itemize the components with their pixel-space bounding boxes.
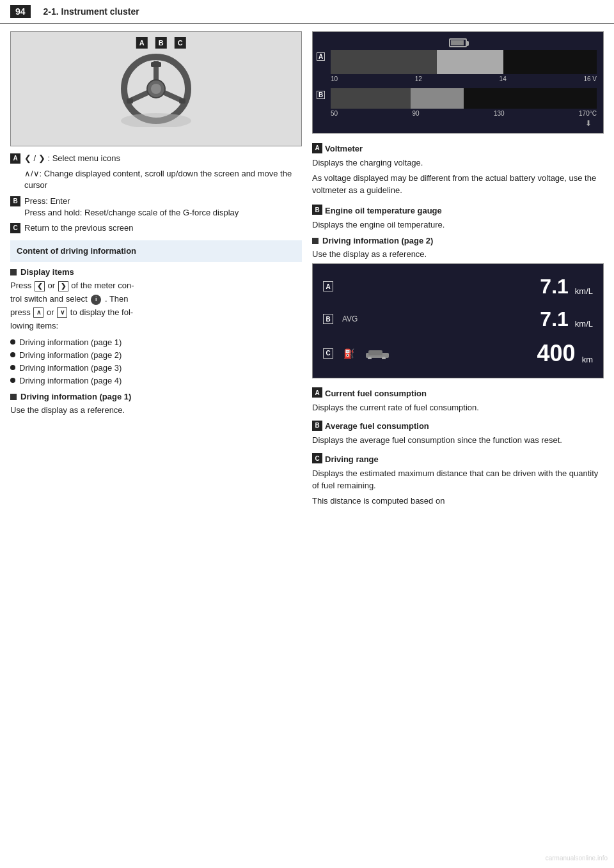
fuel-b-text: Displays the average fuel consumption si… [312, 434, 604, 447]
bullet-list: Driving information (page 1) Driving inf… [10, 337, 302, 387]
left-arrow-icon: ❮ [35, 281, 45, 291]
fuel-row-b: B AVG 7.1 km/L [323, 307, 593, 331]
fuel-a-heading-row: A Current fuel consumption [312, 385, 604, 400]
voltmeter-section-b: B Engine oil temperature gauge Displays … [312, 202, 604, 231]
volt-bar-bg [331, 50, 597, 74]
volt-b-badge: B [312, 205, 322, 215]
fuel-section-c: C Driving range Displays the estimated m… [312, 451, 604, 508]
right-arrow-icon: ❯ [58, 281, 68, 291]
down-arrow-icon: ∨ [57, 307, 67, 318]
page-number: 94 [10, 5, 31, 18]
info-icon: i [91, 295, 101, 305]
fuel-range-unit: km [582, 355, 593, 364]
bullet-item-1: Driving information (page 1) [10, 337, 302, 348]
driving-info-page1-label: Driving information (page 1) [20, 392, 131, 401]
voltmeter-b-heading-row: B Engine oil temperature gauge [312, 202, 604, 217]
battery-icon [449, 38, 467, 47]
fuel-c-heading: Driving range [325, 454, 379, 464]
temp-scale-90: 90 [413, 110, 420, 117]
instruction-b: B Press: EnterPress and hold: Reset/chan… [10, 196, 302, 219]
fuel-unit-b: km/L [575, 319, 593, 329]
main-content: A B C [0, 31, 614, 511]
fuel-row-a: A 7.1 km/L [323, 275, 593, 298]
volt-b-label: B [317, 91, 325, 99]
or-text-2: or [47, 307, 56, 317]
fuel-pump-icon: ⛽ [343, 348, 354, 359]
bullet-item-4: Driving information (page 4) [10, 375, 302, 387]
svg-rect-11 [368, 350, 382, 355]
press-text: Press [10, 281, 31, 290]
battery-terminal [467, 41, 469, 46]
up-arrow-icon: ∧ [33, 307, 43, 318]
temp-bar-dark [331, 88, 411, 109]
content-box-title: Content of driving information [17, 246, 136, 256]
svg-rect-7 [127, 98, 133, 104]
fuel-badge-c: C [323, 348, 333, 359]
driving-info-page2-text: Use the display as a reference. [312, 248, 604, 261]
fuel-c-text2: This distance is computed based on [312, 495, 604, 508]
fuel-b-heading: Average fuel consumption [325, 421, 429, 431]
driving-info-page1-text: Use the display as a reference. [10, 404, 302, 417]
display-items-label: Display items [20, 267, 74, 277]
temp-scale-50: 50 [331, 110, 338, 117]
badge-a: A [10, 153, 20, 164]
display-items-heading: Display items [10, 267, 302, 277]
page-title: 2-1. Instrument cluster [43, 6, 139, 17]
watermark: carmanualsonline.info [546, 855, 608, 862]
steering-wheel-svg [118, 50, 194, 127]
fuel-c-heading-row: C Driving range [312, 451, 604, 466]
fuel-range-value: 400 [537, 340, 576, 367]
volt-scale-10: 10 [331, 75, 338, 82]
bullet-text-1: Driving information (page 1) [19, 337, 122, 348]
bullet-item-3: Driving information (page 3) [10, 362, 302, 374]
steering-img-inner [11, 32, 301, 146]
fuel-c-badge-text: C [312, 453, 322, 463]
fuel-badge-a: A [323, 281, 333, 291]
fuel-badge-b: B [323, 314, 333, 324]
content-box: Content of driving information [10, 240, 302, 262]
bullet-text-2: Driving information (page 2) [19, 350, 122, 361]
temp-bar-bg [331, 88, 597, 109]
instruction-a-text: ❮ / ❯ : Select menu icons [24, 153, 120, 164]
temp-scale-170: 170°C [579, 110, 597, 117]
badge-b: B [10, 196, 20, 206]
driving-info-page2-heading: Driving information (page 2) [312, 236, 604, 245]
volt-bar-dark [331, 50, 437, 74]
instruction-nav-text: ∧/∨: Change displayed content, scroll up… [24, 168, 302, 191]
driving-info-page1-heading: Driving information (page 1) [10, 392, 302, 401]
fuel-c-text1: Displays the estimated maximum distance … [312, 467, 604, 492]
instruction-c: C Return to the previous screen [10, 222, 302, 234]
svg-rect-6 [151, 62, 161, 67]
bullet-text-3: Driving information (page 3) [19, 362, 122, 374]
steering-wheel-image: A B C [10, 31, 302, 146]
svg-rect-8 [179, 98, 185, 104]
volt-a-badge: A [312, 143, 322, 153]
car-icon [363, 348, 391, 359]
press-instruction: Press ❮ or ❯ of the meter con-trol switc… [10, 279, 302, 332]
fuel-b-badge-text: B [312, 421, 322, 431]
fuel-section-a: A Current fuel consumption Displays the … [312, 385, 604, 414]
instruction-b-text: Press: EnterPress and hold: Reset/change… [24, 196, 239, 219]
fuel-avg-label: AVG [342, 314, 361, 323]
voltmeter-a-text2: As voltage displayed may be different fr… [312, 172, 604, 197]
fuel-a-badge-text: A [312, 387, 322, 398]
fuel-row-c: C ⛽ 400 km [323, 340, 593, 367]
bullet-text-4: Driving information (page 4) [19, 375, 122, 387]
temp-bar-light [411, 88, 464, 109]
volt-inner: A 10 12 14 16 V B [313, 32, 603, 133]
svg-point-9 [121, 113, 191, 127]
instruction-list: A ❮ / ❯ : Select menu icons ∧/∨: Change … [10, 153, 302, 234]
fuel-a-heading: Current fuel consumption [325, 389, 427, 398]
voltmeter-a-text1: Displays the charging voltage. [312, 157, 604, 169]
fuel-section-b: B Average fuel consumption Displays the … [312, 417, 604, 447]
bullet-dot-3 [10, 365, 15, 370]
fuel-unit-a: km/L [575, 286, 593, 296]
volt-scale-12: 12 [415, 75, 422, 82]
svg-point-5 [151, 84, 161, 94]
fuel-value-a: 7.1 [540, 275, 568, 298]
instruction-c-text: Return to the previous screen [24, 222, 134, 234]
voltmeter-b-text: Displays the engine oil temperature. [312, 219, 604, 231]
voltmeter-a-heading-row: A Voltmeter [312, 140, 604, 155]
thermometer-icon: ⬇ [585, 119, 592, 128]
fuel-inner: A 7.1 km/L B AVG 7.1 km/L C ⛽ [313, 264, 603, 378]
